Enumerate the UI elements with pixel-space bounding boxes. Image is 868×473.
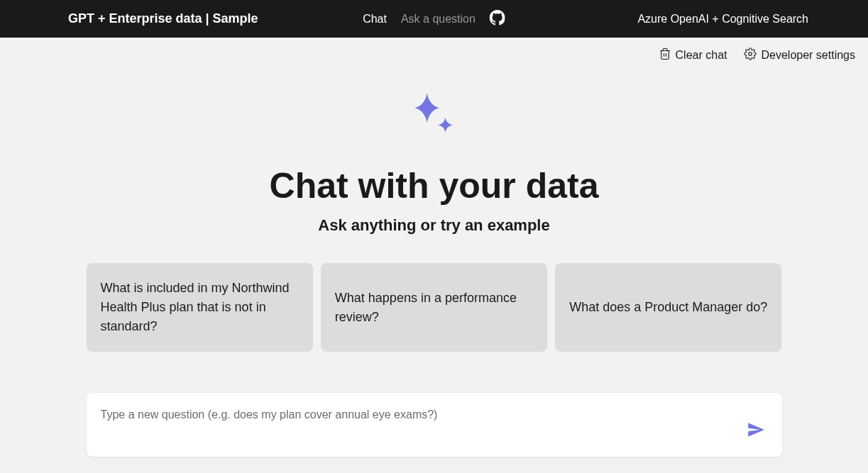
clear-chat-button[interactable]: Clear chat [659, 48, 727, 63]
nav-chat[interactable]: Chat [363, 13, 387, 26]
trash-icon [659, 48, 671, 63]
send-icon [747, 430, 765, 441]
send-button[interactable] [744, 418, 768, 444]
example-card[interactable]: What is included in my Northwind Health … [87, 263, 313, 352]
chat-input[interactable] [101, 393, 744, 421]
toolbar: Clear chat Developer settings [0, 38, 868, 73]
header-right-label: Azure OpenAI + Cognitive Search [637, 13, 851, 26]
header-nav: Chat Ask a question [363, 10, 505, 28]
example-list: What is included in my Northwind Health … [87, 263, 782, 352]
example-card[interactable]: What does a Product Manager do? [555, 263, 781, 352]
chat-input-container [87, 393, 782, 457]
app-header: GPT + Enterprise data | Sample Chat Ask … [0, 0, 868, 38]
gear-icon [744, 48, 757, 63]
nav-ask-question[interactable]: Ask a question [401, 13, 476, 26]
app-title: GPT + Enterprise data | Sample [17, 11, 258, 26]
page-subtitle: Ask anything or try an example [318, 216, 549, 235]
example-card[interactable]: What happens in a performance review? [321, 263, 547, 352]
sparkle-icon [404, 87, 465, 151]
developer-settings-button[interactable]: Developer settings [744, 48, 855, 63]
svg-point-0 [749, 52, 752, 56]
clear-chat-label: Clear chat [676, 49, 727, 62]
page-title: Chat with your data [270, 165, 599, 206]
github-icon[interactable] [490, 10, 505, 28]
developer-settings-label: Developer settings [761, 49, 855, 62]
main-content: Chat with your data Ask anything or try … [0, 73, 868, 457]
